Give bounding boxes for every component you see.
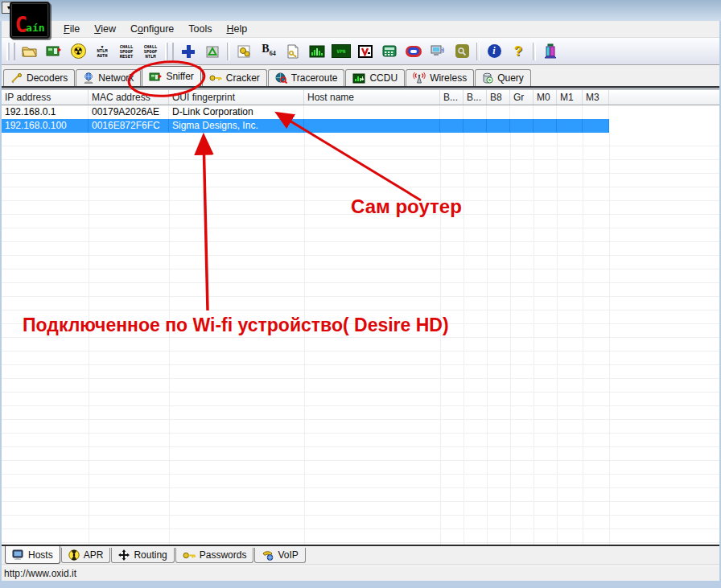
table-row[interactable]: 192.168.0.1 00179A2026AE D-Link Corporat… [2,105,609,119]
start-stop-sniffer-button[interactable] [42,40,66,63]
tab-label: Routing [134,549,167,561]
help-button[interactable]: ? [506,40,530,63]
menu-tools[interactable]: Tools [181,22,219,36]
column-header-m1[interactable]: M1 [557,90,583,105]
tab-sniffer[interactable]: Sniffer [142,66,200,86]
menu-configure[interactable]: Configure [123,22,181,36]
hosts-computer-icon [12,549,24,560]
tab-traceroute[interactable]: Traceroute [268,69,345,86]
gridline [169,133,170,545]
tab-cracker[interactable]: Cracker [202,69,267,86]
column-header-host-name[interactable]: Host name [304,90,440,105]
cell-mac: 0016E872F6FC [89,119,169,133]
tab-wireless[interactable]: Wireless [406,69,474,86]
window-left-border [0,21,2,581]
red-blue-oval-icon [406,46,422,57]
cell-oui: D-Link Corporation [169,105,304,119]
exit-button[interactable] [538,40,562,63]
ccdu-icon [352,73,365,84]
passwords-key-icon [183,551,196,560]
toolbar-grip[interactable] [6,43,15,60]
exit-door-icon [543,43,558,60]
wordlist-tool-button[interactable] [353,40,377,63]
status-url: http://www.oxid.it [4,568,76,579]
column-header-b31[interactable]: B... [440,90,464,105]
column-header-m3[interactable]: M3 [583,90,609,105]
column-header-oui-fingerprint[interactable]: OUI fingerprint [169,90,304,105]
rsa-token-calculator-button[interactable] [305,40,329,63]
certificates-collector-button[interactable] [233,40,257,63]
start-stop-apr-button[interactable]: ☢ [66,40,90,63]
tab-decoders[interactable]: Decoders [3,69,75,86]
main-toolbar: ☢ ▼ NTLM AUTH CHALL SPOOF RESET CHALL SP… [2,38,719,65]
ntlm-auth-button[interactable]: ▼ NTLM AUTH [90,40,114,63]
menu-help[interactable]: Help [219,22,254,36]
cell-host [304,119,440,133]
cracker-key-icon [209,74,222,82]
tab-voip[interactable]: VoIP [254,548,305,563]
hash-calculator-button[interactable] [281,40,305,63]
column-header-b8[interactable]: B8 [487,90,510,105]
table-row-selected[interactable]: 192.168.0.100 0016E872F6FC Sigma Designs… [2,119,609,133]
tab-label: Cracker [226,72,260,84]
title-bar [0,0,721,21]
tab-label: Wireless [430,72,467,84]
column-header-m0[interactable]: M0 [534,90,557,105]
tab-ccdu[interactable]: CCDU [345,69,405,86]
menu-file[interactable]: File [56,22,87,36]
cain-application-window: ▼ C aín File View Configure Tools Help ☢… [0,0,721,588]
remote-desktop-button[interactable] [426,40,450,63]
tab-hosts[interactable]: Hosts [5,546,60,564]
cell-host [304,105,440,119]
menu-view[interactable]: View [87,22,123,36]
gridline [487,133,488,545]
tab-label: CCDU [369,72,398,84]
tab-apr[interactable]: APR [61,548,111,563]
column-header-ip-address[interactable]: IP address [2,90,89,105]
empty-list-area [2,133,719,545]
gridline [557,133,558,545]
vpn-icon: VPN [332,44,351,58]
cell-oui: Sigma Designs, Inc. [169,119,304,133]
plus-icon [181,44,196,59]
toolbar-separator [476,43,480,60]
note-key-icon [286,44,300,59]
gridline [440,133,441,545]
cell-ip: 192.168.0.100 [2,119,89,133]
open-file-button[interactable] [18,40,42,63]
menu-bar: File View Configure Tools Help [0,21,721,38]
remove-button[interactable] [200,40,225,63]
calculator-button[interactable] [377,40,402,63]
cain-logo: C aín [10,2,50,39]
toolbar-separator [227,43,230,60]
open-folder-icon [22,45,38,58]
add-to-list-button[interactable] [176,40,200,63]
remote-computer-icon [430,44,446,58]
chall-spoof-reset-button[interactable]: CHALL SPOOF RESET [114,40,138,63]
sniffer-icon [149,72,162,82]
tab-passwords[interactable]: Passwords [175,548,254,563]
chall-spoof-ntlm-button[interactable]: CHALL SPOOF NTLM [138,40,163,63]
wireless-antenna-icon [413,72,426,84]
about-button[interactable]: i [482,40,506,63]
gears-box-icon [237,44,253,59]
red-v-box-icon [358,45,373,58]
toolbar-grip-2[interactable] [165,43,174,60]
network-card-icon [46,45,62,58]
tab-query[interactable]: Query [475,69,531,86]
tab-network[interactable]: Network [76,69,141,86]
vpn-tool-button[interactable]: VPN [329,40,353,63]
cisco-config-button[interactable] [402,40,426,63]
column-header-b16[interactable]: B... [464,90,487,105]
tab-routing[interactable]: Routing [111,548,174,563]
filter-button[interactable] [450,40,474,63]
traceroute-globe-icon [275,72,287,84]
column-header-gr[interactable]: Gr [510,90,534,105]
apr-radioactive-icon [68,549,80,561]
base64-decoder-button[interactable]: B64 [257,40,281,63]
tab-label: Decoders [27,72,68,84]
routing-arrows-icon [118,549,130,561]
tab-label: Sniffer [166,71,193,82]
column-header-mac-address[interactable]: MAC address [89,90,169,105]
cell-mac: 00179A2026AE [89,105,169,119]
